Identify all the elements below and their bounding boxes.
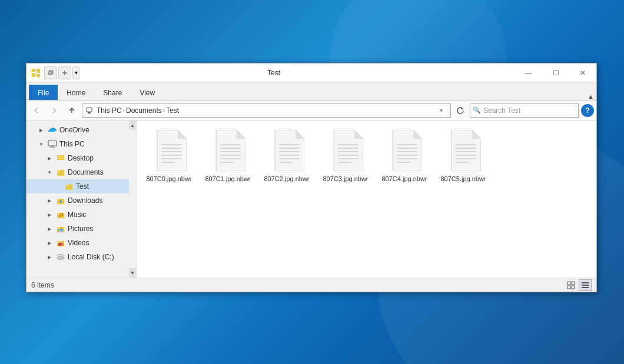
pictures-arrow: ▶ xyxy=(45,225,54,233)
tab-home[interactable]: Home xyxy=(58,85,94,100)
sidebar-item-music[interactable]: ▶ Music xyxy=(26,208,129,222)
onedrive-arrow: ▶ xyxy=(37,126,45,134)
svg-rect-87 xyxy=(582,282,589,283)
minimize-button[interactable]: — xyxy=(515,64,542,82)
svg-point-34 xyxy=(62,256,63,257)
sidebar-item-onedrive[interactable]: ▶ OneDrive xyxy=(26,123,129,137)
tab-file[interactable]: File xyxy=(29,85,58,100)
videos-arrow: ▶ xyxy=(45,239,54,247)
view-controls xyxy=(565,279,592,291)
file-item[interactable]: 807C3.jpg.nbwr xyxy=(319,126,372,186)
svg-rect-88 xyxy=(582,285,589,286)
svg-point-21 xyxy=(59,215,61,216)
tab-share[interactable]: Share xyxy=(94,85,131,100)
test-folder-icon xyxy=(64,182,74,191)
downloads-label: Downloads xyxy=(68,196,102,205)
file-item[interactable]: 807C1.jpg.nbwr xyxy=(201,126,254,186)
this-pc-icon xyxy=(48,139,57,149)
ribbon-collapse[interactable]: ▲ xyxy=(588,93,594,100)
file-name-3: 807C3.jpg.nbwr xyxy=(323,175,368,183)
tab-view[interactable]: View xyxy=(131,85,164,100)
forward-button[interactable] xyxy=(47,103,62,118)
svg-point-33 xyxy=(57,257,64,260)
breadcrumb-this-pc[interactable]: This PC xyxy=(97,106,122,115)
close-button[interactable]: ✕ xyxy=(569,64,596,82)
sidebar-scroll-down[interactable]: ▼ xyxy=(129,268,136,278)
sidebar: ▲ ▶ OneDrive ▼ This PC xyxy=(26,121,137,278)
file-item[interactable]: 807C0.jpg.nbwr xyxy=(142,126,195,186)
breadcrumb-documents[interactable]: Documents xyxy=(126,106,162,115)
svg-marker-60 xyxy=(354,130,363,139)
desktop-label: Desktop xyxy=(68,154,94,162)
search-box[interactable]: 🔍 Search Test xyxy=(470,103,579,118)
svg-marker-76 xyxy=(472,130,481,139)
content-area: 807C0.jpg.nbwr 807C1.jpg.n xyxy=(137,121,596,278)
sidebar-item-pictures[interactable]: ▶ Pictures xyxy=(26,222,129,236)
onedrive-label: OneDrive xyxy=(59,126,89,134)
svg-rect-89 xyxy=(582,287,589,288)
svg-rect-16 xyxy=(65,185,68,186)
breadcrumb-sep-2: › xyxy=(163,107,165,113)
ribbon: File Home Share View ▲ xyxy=(26,82,596,101)
file-item[interactable]: 807C4.jpg.nbwr xyxy=(378,126,431,186)
svg-rect-84 xyxy=(572,282,575,285)
sidebar-item-desktop[interactable]: ▶ Desktop xyxy=(26,151,129,165)
onedrive-icon xyxy=(48,125,57,135)
window-controls: — ☐ ✕ xyxy=(515,64,596,82)
breadcrumb-test[interactable]: Test xyxy=(166,106,179,115)
file-item[interactable]: 807C5.jpg.nbwr xyxy=(437,126,490,186)
back-button[interactable] xyxy=(29,103,44,118)
list-view-button[interactable] xyxy=(579,279,592,291)
help-button[interactable]: ? xyxy=(581,104,594,117)
local-disk-icon xyxy=(56,252,65,262)
svg-rect-7 xyxy=(88,112,91,113)
file-item[interactable]: 807C2.jpg.nbwr xyxy=(260,126,313,186)
desktop-icon xyxy=(56,153,65,163)
svg-marker-52 xyxy=(296,130,304,139)
explorer-window: ▾ Test — ☐ ✕ File Home Share View ▲ xyxy=(26,63,597,292)
file-icon-4 xyxy=(387,130,422,171)
desktop-arrow: ▶ xyxy=(45,154,54,162)
refresh-button[interactable] xyxy=(453,103,467,118)
music-icon xyxy=(56,210,65,219)
item-count: 6 items xyxy=(31,281,54,289)
status-bar: 6 items xyxy=(26,278,596,292)
file-icon-0 xyxy=(151,130,187,171)
pictures-label: Pictures xyxy=(68,225,93,233)
svg-marker-44 xyxy=(237,130,245,139)
sidebar-item-documents[interactable]: ▼ Documents xyxy=(26,165,129,179)
local-disk-arrow: ▶ xyxy=(45,253,54,261)
file-icon-3 xyxy=(328,130,363,171)
sidebar-item-test[interactable]: ▶ Test xyxy=(26,179,129,193)
grid-view-button[interactable] xyxy=(565,279,577,291)
file-name-2: 807C2.jpg.nbwr xyxy=(264,175,309,183)
svg-marker-68 xyxy=(413,130,422,139)
local-disk-label: Local Disk (C:) xyxy=(68,253,114,261)
file-icon-2 xyxy=(269,130,304,171)
address-dropdown[interactable]: ▾ xyxy=(435,107,447,113)
file-icon-5 xyxy=(446,130,481,171)
documents-arrow: ▼ xyxy=(45,168,54,176)
sidebar-item-local-disk[interactable]: ▶ Local Disk (C:) xyxy=(26,250,129,264)
music-arrow: ▶ xyxy=(45,211,54,219)
pictures-icon xyxy=(56,224,65,233)
search-placeholder: Search Test xyxy=(483,106,520,115)
videos-label: Videos xyxy=(68,239,89,247)
svg-point-22 xyxy=(62,214,63,215)
sidebar-item-downloads[interactable]: ▶ Downloads xyxy=(26,193,129,208)
sidebar-scroll-up[interactable]: ▲ xyxy=(129,121,136,130)
svg-rect-10 xyxy=(49,147,55,148)
maximize-button[interactable]: ☐ xyxy=(542,64,569,82)
file-icon-1 xyxy=(210,130,245,171)
breadcrumb-sep-1: › xyxy=(123,107,125,113)
address-input[interactable]: This PC › Documents › Test ▾ xyxy=(82,103,451,118)
sidebar-item-this-pc[interactable]: ▼ This PC xyxy=(26,137,129,151)
ribbon-tabs: File Home Share View ▲ xyxy=(26,82,596,100)
main-area: ▲ ▶ OneDrive ▼ This PC xyxy=(26,121,596,278)
svg-rect-24 xyxy=(57,227,60,229)
test-label: Test xyxy=(76,182,89,191)
svg-marker-36 xyxy=(178,130,187,139)
sidebar-item-videos[interactable]: ▶ Videos xyxy=(26,236,129,250)
up-button[interactable] xyxy=(64,103,79,118)
downloads-arrow: ▶ xyxy=(45,196,54,205)
